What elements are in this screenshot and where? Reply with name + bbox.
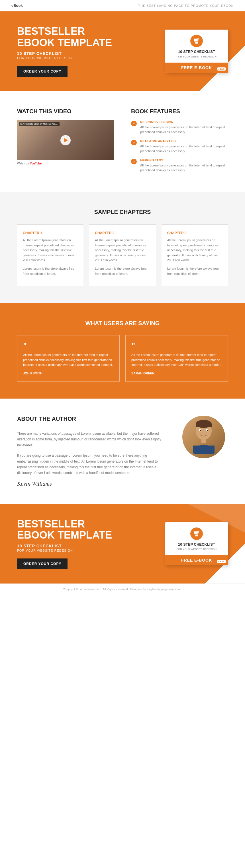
hero-subtitle-small: FOR YOUR WEBSITE REDESIGN [17,56,157,60]
video-label: Is A Portable Stack Of Makeup Adju... [19,122,59,126]
book-footer: FREE E-BOOK eBook [165,63,228,73]
testimonial-author-0: JOHN SMITH [23,372,114,375]
youtube-logo: YouTube [30,162,42,165]
order-copy-button-bottom[interactable]: ORDER YOUR COPY [17,558,67,569]
svg-point-8 [200,430,201,431]
svg-rect-12 [201,439,206,443]
svg-rect-1 [195,42,198,43]
book-icon [190,35,203,47]
testimonial-card-1: " All the Lorem Ipsum generators on the … [125,335,228,381]
author-photo-column [182,416,228,458]
chapter-text1-0: All the Lorem Ipsum generators on Intern… [23,238,78,263]
feature-check-1 [131,140,137,145]
chapter-card-0: CHAPTER 1 All the Lorem Ipsum generators… [17,224,83,286]
hero-top: BESTSELLER EBOOK TEMPLATE 10 STEP CHECKL… [0,11,245,91]
author-photo [182,416,225,458]
book-icon-bottom [190,527,203,540]
chapters-section: SAMPLE CHAPTERS CHAPTER 1 All the Lorem … [0,192,245,303]
video-youtube-link: Watch on YouTube [17,162,114,165]
book-title: 10 STEP CHECKLIST [169,50,224,54]
video-column: WATCH THIS VIDEO Is A Portable Stack Of … [17,108,114,178]
testimonials-heading: WHAT USERS ARE SAYING [17,320,228,327]
feature-content-1: REAL-TIME ANALYTICS All the Lorem Ipsum … [140,140,228,153]
chapter-text1-2: All the Lorem Ipsum generators on Intern… [167,238,222,263]
hero-title: BESTSELLER EBOOK TEMPLATE [17,26,157,48]
testimonials-grid: " All the Lorem Ipsum generators on the … [17,335,228,381]
features-heading: BOOK FEATURES [131,108,228,115]
book-brand: eBook [217,67,226,70]
header: eBook THE BEST LANDING PAGE TO PROMOTE Y… [0,0,245,11]
feature-title-0: RESPONSIVE DESIGN [140,120,228,124]
author-bio-1: There are many variations of passages of… [17,431,168,448]
feature-desc-0: All the Lorem Ipsum generators on the In… [140,125,228,134]
feature-item-1: REAL-TIME ANALYTICS All the Lorem Ipsum … [131,140,228,153]
book-title-bottom: 10 STEP CHECKLIST [169,542,224,547]
feature-content-2: MERGED TAGS All the Lorem Ipsum generato… [140,158,228,173]
chapter-text1-1: All the Lorem Ipsum generators on Intern… [95,238,150,263]
header-tagline: THE BEST LANDING PAGE TO PROMOTE YOUR EB… [138,4,234,7]
testimonial-card-0: " All the Lorem Ipsum generators on the … [17,335,120,381]
feature-title-1: REAL-TIME ANALYTICS [140,140,228,143]
author-section: ABOUT THE AUTHOR There are many variatio… [0,399,245,504]
book-sub: FOR YOUR WEBSITE REDESIGN [169,55,224,59]
feature-desc-1: All the Lorem Ipsum generators on the In… [140,144,228,153]
svg-rect-13 [194,531,198,534]
video-thumbnail[interactable]: Is A Portable Stack Of Makeup Adju... [17,120,114,160]
chapters-grid: CHAPTER 1 All the Lorem Ipsum generators… [17,224,228,286]
feature-item-0: RESPONSIVE DESIGN All the Lorem Ipsum ge… [131,120,228,134]
chapter-text2-1: Lorem Ipsum is therefore always free fro… [95,266,150,276]
hero-bottom-subtitle-small: FOR YOUR WEBSITE REDESIGN [17,549,157,552]
book-sub-bottom: FOR YOUR WEBSITE REDESIGN [169,548,224,551]
footer-text: Copyright © domainname.com. All Rights R… [63,588,182,591]
hero-book-bottom: 10 STEP CHECKLIST FOR YOUR WEBSITE REDES… [165,522,228,565]
hero-subtitle: 10 STEP CHECKLIST [17,51,157,56]
footer: Copyright © domainname.com. All Rights R… [0,584,245,595]
feature-check-0 [131,121,137,126]
video-features-section: WATCH THIS VIDEO Is A Portable Stack Of … [0,91,245,192]
testimonials-section: WHAT USERS ARE SAYING " All the Lorem Ip… [0,303,245,399]
svg-rect-5 [196,424,212,427]
chapters-heading: SAMPLE CHAPTERS [17,209,228,215]
svg-rect-14 [195,534,198,536]
svg-rect-0 [194,39,198,41]
testimonial-author-1: SARAH GREEN [131,372,222,375]
feature-desc-2: All the Lorem Ipsum generators on the In… [140,163,228,173]
feature-check-2 [131,159,137,164]
logo: eBook [11,3,23,8]
chapter-card-1: CHAPTER 2 All the Lorem Ipsum generators… [89,224,156,286]
chapter-title-0: CHAPTER 1 [23,231,78,235]
chapter-text2-0: Lorem Ipsum is therefore always free fro… [23,266,78,276]
chapter-title-2: CHAPTER 3 [167,231,222,235]
hero-bottom-title: BESTSELLER EBOOK TEMPLATE [17,518,157,541]
book-cover-top: 10 STEP CHECKLIST FOR YOUR WEBSITE REDES… [165,30,228,72]
hero-book: 10 STEP CHECKLIST FOR YOUR WEBSITE REDES… [165,30,228,72]
order-copy-button-top[interactable]: ORDER YOUR COPY [17,66,67,77]
hero-bottom: BESTSELLER EBOOK TEMPLATE 10 STEP CHECKL… [0,504,245,584]
quote-mark-1: " [131,342,222,350]
svg-point-9 [207,430,208,431]
video-heading: WATCH THIS VIDEO [17,108,114,115]
features-list: RESPONSIVE DESIGN All the Lorem Ipsum ge… [131,120,228,173]
author-bio-2: If you are going to use a passage of Lor… [17,453,168,476]
book-footer-bottom: FREE E-BOOK eBook [165,555,228,565]
book-free-label: FREE E-BOOK [169,65,224,70]
chapter-card-2: CHAPTER 3 All the Lorem Ipsum generators… [162,224,228,286]
svg-rect-11 [193,445,215,453]
testimonial-text-0: All the Lorem Ipsum generators on the In… [23,352,114,368]
hero-bottom-subtitle: 10 STEP CHECKLIST [17,544,157,548]
author-heading: ABOUT THE AUTHOR [17,416,168,422]
quote-mark-0: " [23,342,114,350]
chapter-text2-2: Lorem Ipsum is therefore always free fro… [167,266,222,276]
hero-text: BESTSELLER EBOOK TEMPLATE 10 STEP CHECKL… [17,26,157,76]
book-free-label-bottom: FREE E-BOOK [169,558,224,562]
feature-content-0: RESPONSIVE DESIGN All the Lorem Ipsum ge… [140,120,228,134]
play-button[interactable] [60,135,71,145]
feature-item-2: MERGED TAGS All the Lorem Ipsum generato… [131,158,228,173]
hero-bottom-text: BESTSELLER EBOOK TEMPLATE 10 STEP CHECKL… [17,518,157,569]
feature-title-2: MERGED TAGS [140,158,228,162]
book-brand-bottom: eBook [217,560,226,563]
author-signature: Kevin Williams [17,480,168,487]
features-column: BOOK FEATURES RESPONSIVE DESIGN All the … [131,108,228,178]
testimonial-text-1: All the Lorem Ipsum generators on the In… [131,352,222,368]
video-bg [17,120,114,160]
